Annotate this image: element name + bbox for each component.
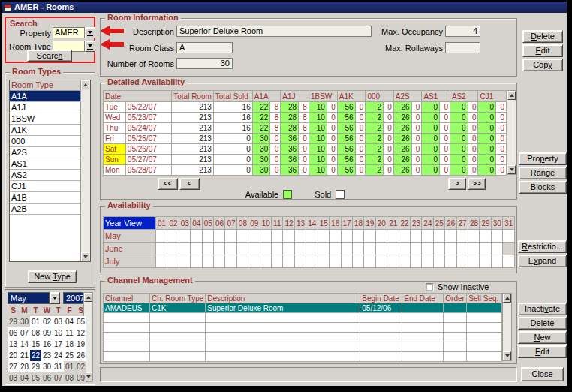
scroll-up-button[interactable] xyxy=(81,80,89,89)
month-day-cell[interactable] xyxy=(318,255,329,268)
available-count-cell[interactable]: 0 xyxy=(478,155,496,165)
sold-count-cell[interactable]: 0 xyxy=(496,113,507,123)
month-day-cell[interactable] xyxy=(248,230,260,243)
available-count-cell[interactable]: 0 xyxy=(422,144,440,155)
sold-count-cell[interactable]: 0 xyxy=(327,102,337,113)
available-count-cell[interactable]: 26 xyxy=(393,155,411,165)
sold-count-cell[interactable]: 0 xyxy=(496,165,507,176)
sold-count-cell[interactable]: 0 xyxy=(270,144,281,155)
month-day-cell[interactable] xyxy=(236,230,248,243)
scroll-down-button[interactable] xyxy=(507,165,516,174)
available-count-cell[interactable]: 10 xyxy=(309,102,327,113)
available-count-cell[interactable]: 0 xyxy=(478,144,496,155)
month-day-cell[interactable] xyxy=(330,243,341,255)
sold-count-cell[interactable]: 0 xyxy=(327,113,337,123)
sold-count-cell[interactable]: 0 xyxy=(355,144,366,155)
month-day-cell[interactable] xyxy=(352,243,363,255)
available-count-cell[interactable]: 30 xyxy=(252,144,270,155)
month-day-cell[interactable] xyxy=(318,230,329,243)
month-day-cell[interactable] xyxy=(491,243,502,255)
month-day-cell[interactable] xyxy=(468,243,479,255)
sold-count-cell[interactable]: 8 xyxy=(299,113,309,123)
total-room-cell[interactable]: 213 xyxy=(172,102,214,113)
calendar-day[interactable]: 09 xyxy=(41,327,53,339)
search-button[interactable]: Search xyxy=(27,50,72,62)
month-day-cell[interactable] xyxy=(480,255,491,268)
available-count-cell[interactable]: 2 xyxy=(366,102,384,113)
available-count-cell[interactable]: 0 xyxy=(450,123,468,134)
month-day-cell[interactable] xyxy=(179,243,190,255)
sold-count-cell[interactable]: 0 xyxy=(496,144,507,155)
date-cell[interactable]: 05/24/07 xyxy=(125,123,171,134)
day-cell[interactable]: Sun xyxy=(104,155,126,165)
available-count-cell[interactable]: 2 xyxy=(366,113,384,123)
month-day-cell[interactable] xyxy=(191,230,202,243)
available-count-cell[interactable]: 0 xyxy=(450,155,468,165)
month-day-cell[interactable] xyxy=(260,230,271,243)
detailed-availability-scrollbar[interactable] xyxy=(507,90,516,175)
available-count-cell[interactable]: 10 xyxy=(309,113,327,123)
sold-count-cell[interactable]: 0 xyxy=(270,155,281,165)
month-day-cell[interactable] xyxy=(272,230,283,243)
scroll-up-button[interactable] xyxy=(507,91,516,100)
month-day-cell[interactable] xyxy=(341,243,352,255)
month-day-cell[interactable] xyxy=(364,255,375,268)
calendar-day[interactable]: 29 xyxy=(8,316,19,327)
sold-count-cell[interactable]: 0 xyxy=(440,102,450,113)
month-day-cell[interactable] xyxy=(236,243,248,255)
sold-count-cell[interactable]: 0 xyxy=(496,155,507,165)
sold-count-cell[interactable]: 8 xyxy=(270,102,281,113)
calendar-day[interactable]: 01 xyxy=(30,316,41,327)
available-count-cell[interactable]: 0 xyxy=(450,134,468,144)
channel-scrollbar[interactable] xyxy=(502,293,512,361)
month-day-cell[interactable] xyxy=(260,243,271,255)
sold-count-cell[interactable]: 0 xyxy=(355,113,366,123)
max-occupancy-field[interactable]: 4 xyxy=(445,26,480,37)
calendar-day[interactable]: 23 xyxy=(41,350,53,361)
copy-room-button[interactable]: Copy xyxy=(522,59,563,71)
month-day-cell[interactable] xyxy=(167,230,179,243)
month-day-cell[interactable] xyxy=(156,230,167,243)
sold-count-cell[interactable]: 0 xyxy=(440,113,450,123)
edit-channel-button[interactable]: Edit xyxy=(518,345,567,358)
sold-count-cell[interactable]: 0 xyxy=(327,165,337,176)
month-day-cell[interactable] xyxy=(399,243,410,255)
calendar-day[interactable]: 14 xyxy=(19,339,30,350)
room-type-item[interactable]: A2B xyxy=(10,204,80,215)
month-day-cell[interactable] xyxy=(387,230,399,243)
available-count-cell[interactable]: 0 xyxy=(422,165,440,176)
month-day-cell[interactable] xyxy=(445,255,456,268)
month-day-cell[interactable] xyxy=(503,243,515,255)
available-count-cell[interactable]: 0 xyxy=(478,102,496,113)
scroll-up-button[interactable] xyxy=(503,294,511,303)
calendar-month-combo[interactable]: May xyxy=(8,292,50,304)
month-day-cell[interactable] xyxy=(214,230,225,243)
edit-room-button[interactable]: Edit xyxy=(522,44,563,57)
sold-count-cell[interactable]: 0 xyxy=(299,155,309,165)
available-count-cell[interactable]: 10 xyxy=(309,123,327,134)
available-count-cell[interactable]: 0 xyxy=(450,102,468,113)
month-day-cell[interactable] xyxy=(491,255,502,268)
sold-count-cell[interactable]: 0 xyxy=(383,144,393,155)
month-day-cell[interactable] xyxy=(468,255,479,268)
channel-cell[interactable] xyxy=(402,303,444,313)
month-day-cell[interactable] xyxy=(364,243,375,255)
calendar-day[interactable]: 02 xyxy=(41,316,53,327)
available-count-cell[interactable]: 2 xyxy=(366,134,384,144)
sold-count-cell[interactable]: 0 xyxy=(327,123,337,134)
sold-count-cell[interactable]: 0 xyxy=(383,165,393,176)
available-count-cell[interactable]: 36 xyxy=(281,144,299,155)
sold-count-cell[interactable]: 0 xyxy=(327,155,337,165)
available-count-cell[interactable]: 56 xyxy=(337,165,355,176)
month-day-cell[interactable] xyxy=(433,243,444,255)
date-cell[interactable]: 05/22/07 xyxy=(125,102,171,113)
room-type-item[interactable]: AS1 xyxy=(10,158,80,170)
month-day-cell[interactable] xyxy=(433,255,444,268)
sold-count-cell[interactable]: 0 xyxy=(411,113,422,123)
sold-count-cell[interactable]: 0 xyxy=(327,134,337,144)
available-count-cell[interactable]: 56 xyxy=(337,123,355,134)
month-day-cell[interactable] xyxy=(456,255,468,268)
calendar-month-dropdown-button[interactable] xyxy=(50,292,60,304)
room-type-item[interactable]: A1J xyxy=(10,102,80,113)
month-day-cell[interactable] xyxy=(156,255,167,268)
